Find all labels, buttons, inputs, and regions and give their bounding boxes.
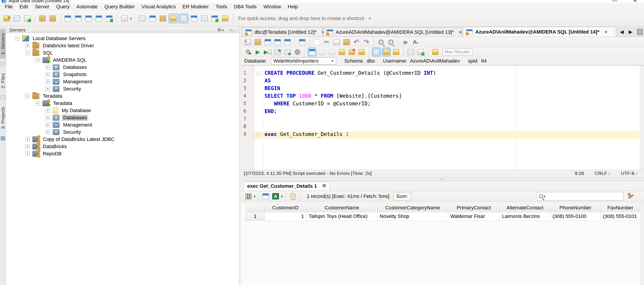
database-select[interactable]: WideWorldImporters ▾	[271, 57, 336, 65]
menu-file[interactable]: File	[1, 4, 16, 10]
tree-expander[interactable]: −	[25, 94, 30, 98]
menu-query-builder[interactable]: Query Builder	[101, 4, 138, 10]
layout-grid-icon[interactable]	[179, 14, 188, 23]
results-pivot-icon[interactable]	[382, 48, 390, 56]
column-header[interactable]: FaxNumber	[601, 204, 640, 212]
menu-server[interactable]: Server	[31, 4, 53, 10]
redo-icon[interactable]: ↷	[362, 38, 370, 46]
reconnect-icon[interactable]	[358, 48, 366, 56]
results-tab[interactable]: exec Get_Customer_Details 1	[243, 182, 330, 191]
excel-export-icon[interactable]: A	[272, 192, 280, 200]
grid-cell[interactable]: Waldemar Fisar	[448, 212, 500, 221]
grid-cell[interactable]: Laimonis Berzins	[500, 212, 550, 221]
panel-settings-gear-icon[interactable]: ⚙▾	[217, 27, 224, 33]
menu-visual-analytics[interactable]: Visual Analytics	[138, 4, 179, 10]
tab-close-icon[interactable]: ×	[459, 29, 462, 35]
tree-item-management[interactable]: +Management	[6, 121, 239, 129]
menu-er-modeler[interactable]: ER Modeler	[179, 4, 212, 10]
tree-item-security[interactable]: +Security	[6, 129, 239, 136]
export-results-icon[interactable]	[262, 192, 270, 200]
tree-item-teradata-folder[interactable]: −Teradata	[6, 92, 239, 100]
find-replace-icon[interactable]	[387, 38, 395, 46]
tree-item-databricks-latest-driver[interactable]: +Databricks latest Driver	[6, 42, 239, 49]
schedule-icon[interactable]	[417, 48, 424, 56]
execute-explain-icon[interactable]: ▶	[284, 48, 291, 56]
tree-expander[interactable]: +	[46, 72, 50, 77]
schema-browser-icon[interactable]	[23, 14, 32, 23]
tree-expander[interactable]: −	[15, 36, 20, 41]
tree-expander[interactable]: −	[25, 51, 30, 55]
grid-cell[interactable]: (308) 555-0100	[550, 212, 601, 221]
grid-options-wrench-icon[interactable]	[627, 193, 635, 200]
tree-expander[interactable]: +	[46, 65, 50, 69]
tree-item-databases[interactable]: +Databases	[6, 64, 239, 71]
chart-icon[interactable]	[244, 192, 252, 200]
tab-scroll-right-icon[interactable]: ▶	[629, 29, 632, 35]
auto-commit-icon[interactable]	[308, 48, 316, 56]
er-window-icon[interactable]	[84, 14, 93, 23]
save-icon[interactable]	[264, 38, 272, 46]
column-header[interactable]: CustomerCategoryName	[378, 204, 448, 212]
rollback-icon[interactable]	[328, 48, 336, 56]
disconnect-icon[interactable]	[348, 48, 356, 56]
tree-item-my-database[interactable]: +My Database	[6, 107, 239, 114]
layout-split-icon[interactable]	[169, 14, 178, 23]
execute-all-icon[interactable]: ▶	[254, 48, 262, 56]
column-header[interactable]: AlternateContact	[500, 204, 550, 212]
editor-scrollbar[interactable]	[640, 65, 644, 170]
chart-dropdown-icon[interactable]: ▾	[254, 194, 256, 199]
tree-expander[interactable]: +	[46, 130, 50, 134]
save-all-icon[interactable]	[284, 38, 291, 46]
register-server-icon[interactable]: +	[2, 14, 11, 23]
tab-list-icon[interactable]	[638, 29, 642, 35]
menu-tools[interactable]: Tools	[212, 4, 230, 10]
quick-access-close-icon[interactable]: ×	[368, 15, 371, 22]
tree-item-teradata-server[interactable]: −Teradata	[6, 100, 239, 107]
describe-icon[interactable]	[407, 48, 414, 56]
minimize-button[interactable]: —	[612, 0, 618, 3]
doc-tab-untitled-12[interactable]: dbc@Teradata [Untitled 12]* ×	[242, 27, 323, 37]
sql-editor[interactable]: 1 2 3 4 5 6 7 8 9 − −	[241, 65, 644, 170]
grid-cell[interactable]: Novelty Shop	[378, 212, 448, 221]
panel-splitter[interactable]	[239, 27, 241, 285]
row-number-header[interactable]	[246, 204, 265, 212]
column-header[interactable]: CustomerName	[306, 204, 378, 212]
copy-icon[interactable]	[333, 38, 340, 46]
encoding-toggle[interactable]: UTF-8	[621, 171, 638, 176]
export-dropdown-icon[interactable]: ▾	[281, 194, 283, 199]
layout-editor-icon[interactable]	[159, 14, 167, 23]
layout-form-icon[interactable]	[200, 14, 209, 23]
grid-scrollbar[interactable]	[640, 202, 644, 285]
menu-window[interactable]: Window	[260, 4, 284, 10]
tree-expander[interactable]: −	[36, 101, 40, 106]
max-results-input[interactable]	[442, 49, 472, 55]
text-results-icon[interactable]	[432, 48, 439, 56]
tab-scroll-left-icon[interactable]: ◀	[620, 29, 624, 35]
tab-close-icon[interactable]: ×	[604, 29, 608, 35]
tree-item-local-database-servers[interactable]: −Local Database Servers	[6, 35, 239, 42]
uppercase-icon[interactable]: A▴	[412, 38, 419, 46]
panel-collapse-icon[interactable]: ⊦←	[230, 27, 236, 33]
execute-icon[interactable]: ⚙▶	[244, 48, 252, 56]
menu-help[interactable]: Help	[284, 4, 301, 10]
drop-script-icon[interactable]	[48, 14, 57, 23]
tree-expander[interactable]: +	[25, 144, 30, 149]
select-block-icon[interactable]	[313, 38, 321, 46]
line-ending-toggle[interactable]: CRLF	[595, 171, 610, 176]
find-icon[interactable]	[377, 38, 385, 46]
menu-dba-tools[interactable]: DBA Tools	[230, 4, 260, 10]
open-file-icon[interactable]	[254, 38, 262, 46]
side-tab-servers[interactable]: 1: Servers	[0, 29, 6, 59]
side-tab-files[interactable]: 2: Files	[0, 69, 6, 92]
tree-item-amidera-sql-server[interactable]: −AMIDERA SQL	[6, 56, 239, 64]
script-results-icon[interactable]	[289, 192, 297, 200]
new-document-icon[interactable]	[120, 14, 129, 23]
tree-expander[interactable]: +	[46, 79, 50, 84]
execute-edit-icon[interactable]: ▶	[274, 48, 282, 56]
column-header[interactable]: PhoneNumber	[550, 204, 601, 212]
row-number-cell[interactable]: 1	[246, 212, 265, 221]
tree-expander[interactable]: +	[46, 123, 50, 127]
tree-expander[interactable]: +	[25, 43, 30, 48]
fold-marker-icon[interactable]: −	[256, 133, 261, 137]
lowercase-icon[interactable]: a▾	[402, 38, 410, 46]
